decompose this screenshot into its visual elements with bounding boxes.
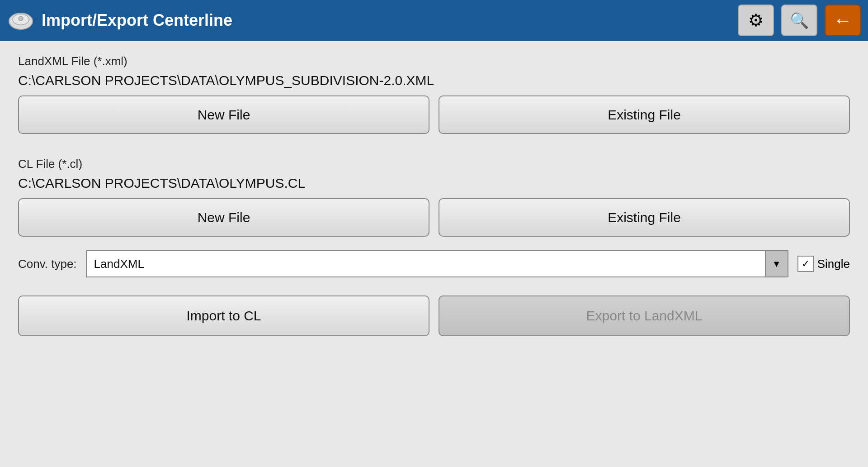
cl-section-label: CL File (*.cl) — [18, 157, 850, 171]
cl-section: CL File (*.cl) C:\CARLSON PROJECTS\DATA\… — [18, 157, 850, 237]
landxml-section-label: LandXML File (*.xml) — [18, 54, 850, 68]
landxml-new-file-button[interactable]: New File — [18, 95, 429, 134]
conv-type-label: Conv. type: — [18, 257, 77, 271]
conv-type-dropdown-arrow[interactable]: ▼ — [765, 251, 788, 276]
svg-point-2 — [19, 16, 23, 21]
browse-button[interactable]: 🔍 — [781, 5, 817, 36]
section-divider — [18, 148, 850, 148]
cl-button-row: New File Existing File — [18, 198, 850, 237]
landxml-section: LandXML File (*.xml) C:\CARLSON PROJECTS… — [18, 54, 850, 134]
cl-existing-file-button[interactable]: Existing File — [439, 198, 850, 237]
action-button-row: Import to CL Export to LandXML — [18, 295, 850, 336]
page-title: Import/Export Centerline — [42, 11, 731, 30]
import-to-cl-button[interactable]: Import to CL — [18, 295, 429, 336]
conv-type-select[interactable]: LandXML ▼ — [86, 250, 788, 277]
back-arrow-icon: ← — [833, 10, 852, 31]
titlebar: Import/Export Centerline ⚙ 🔍 ← — [0, 0, 868, 41]
gear-icon: ⚙ — [748, 10, 764, 30]
cl-file-path: C:\CARLSON PROJECTS\DATA\OLYMPUS.CL — [18, 176, 850, 191]
landxml-existing-file-button[interactable]: Existing File — [439, 95, 850, 134]
settings-button[interactable]: ⚙ — [738, 5, 774, 36]
main-content: LandXML File (*.xml) C:\CARLSON PROJECTS… — [0, 41, 868, 350]
conv-type-value: LandXML — [87, 257, 765, 271]
export-to-landxml-button: Export to LandXML — [439, 295, 850, 336]
landxml-button-row: New File Existing File — [18, 95, 850, 134]
photo-search-icon: 🔍 — [790, 11, 809, 29]
landxml-file-path: C:\CARLSON PROJECTS\DATA\OLYMPUS_SUBDIVI… — [18, 73, 850, 88]
app-logo — [7, 7, 34, 34]
single-label: Single — [817, 257, 850, 271]
conv-type-row: Conv. type: LandXML ▼ ✓ Single — [18, 250, 850, 277]
dropdown-arrow-icon: ▼ — [772, 259, 781, 269]
single-checkbox[interactable]: ✓ — [797, 256, 814, 272]
back-button[interactable]: ← — [825, 5, 861, 36]
checkmark-icon: ✓ — [802, 258, 810, 270]
cl-new-file-button[interactable]: New File — [18, 198, 429, 237]
single-checkbox-group: ✓ Single — [797, 256, 850, 272]
